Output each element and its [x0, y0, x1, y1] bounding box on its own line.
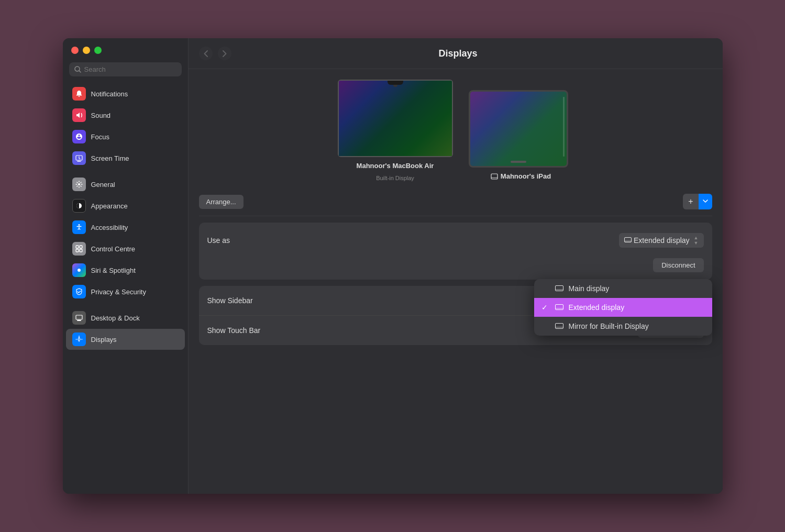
show-sidebar-label: Show Sidebar — [207, 296, 253, 305]
sidebar-item-sound[interactable]: Sound — [66, 105, 185, 126]
notifications-label: Notifications — [91, 90, 128, 98]
privacy-security-icon — [72, 285, 86, 298]
disconnect-row: Disconnect — [199, 258, 712, 280]
siri-spotlight-icon — [72, 263, 86, 277]
ipad-thumbnail[interactable] — [469, 90, 573, 168]
svg-rect-21 — [555, 304, 563, 309]
general-label: General — [91, 181, 115, 189]
svg-point-6 — [78, 224, 80, 226]
sidebar-item-general[interactable]: General — [66, 174, 185, 195]
add-display-button[interactable]: + — [683, 194, 698, 209]
displays-row: Mahnoor's MacBook Air Built-in Display — [199, 80, 712, 181]
main-display-icon — [555, 285, 563, 292]
add-dropdown-button[interactable] — [699, 194, 712, 209]
main-content: Displays Mahnoor's MacBook Air Built-in … — [189, 38, 723, 494]
close-button[interactable] — [71, 47, 79, 54]
arrange-button[interactable]: Arrange... — [199, 195, 244, 209]
svg-line-1 — [79, 71, 81, 72]
desktop-dock-label: Desktop & Dock — [91, 314, 140, 322]
system-preferences-window: Notifications Sound Focus — [63, 38, 723, 494]
appearance-icon — [72, 199, 86, 213]
use-as-value[interactable]: Extended display ▲ ▼ — [619, 233, 704, 248]
minimize-button[interactable] — [83, 47, 90, 54]
maximize-button[interactable] — [94, 47, 102, 54]
titlebar-buttons — [63, 47, 188, 62]
displays-icon — [72, 332, 86, 346]
svg-rect-23 — [555, 323, 563, 328]
sidebar: Notifications Sound Focus — [63, 38, 189, 494]
svg-rect-9 — [76, 249, 79, 252]
sidebar-item-notifications[interactable]: Notifications — [66, 83, 185, 104]
dropdown-item-mirror[interactable]: Mirror for Built-in Display — [534, 317, 712, 336]
page-title: Displays — [237, 48, 680, 59]
general-icon — [72, 178, 86, 191]
macbook-label: Mahnoor's MacBook Air — [357, 161, 434, 171]
desktop-dock-icon — [72, 311, 86, 325]
accessibility-icon — [72, 220, 86, 234]
back-button[interactable] — [199, 47, 213, 60]
displays-label: Displays — [91, 336, 117, 343]
control-centre-label: Control Centre — [91, 245, 136, 253]
ipad-label: Mahnoor's iPad — [501, 172, 551, 181]
svg-point-14 — [78, 338, 80, 340]
sidebar-item-accessibility[interactable]: Accessibility — [66, 217, 185, 238]
show-touch-bar-label: Show Touch Bar — [207, 326, 261, 335]
sidebar-items-list: Notifications Sound Focus — [63, 83, 188, 494]
svg-rect-12 — [76, 315, 82, 319]
bottom-bar: Arrange... + — [199, 190, 712, 216]
sidebar-item-control-centre[interactable]: Control Centre — [66, 238, 185, 259]
main-display-label: Main display — [569, 284, 610, 293]
svg-rect-10 — [80, 249, 82, 252]
extended-display-icon — [555, 304, 563, 311]
sidebar-item-screen-time[interactable]: Screen Time — [66, 148, 185, 169]
focus-label: Focus — [91, 133, 109, 141]
use-as-display-icon — [624, 237, 632, 243]
notifications-icon — [72, 87, 86, 101]
extended-display-label: Extended display — [569, 303, 625, 312]
siri-spotlight-label: Siri & Spotlight — [91, 267, 136, 274]
screen-time-label: Screen Time — [91, 154, 129, 162]
stepper-arrows: ▲ ▼ — [694, 235, 699, 246]
sidebar-item-desktop-dock[interactable]: Desktop & Dock — [66, 307, 185, 328]
search-input[interactable] — [84, 65, 176, 73]
mirror-icon — [555, 323, 563, 330]
forward-button[interactable] — [218, 47, 231, 60]
svg-rect-8 — [80, 246, 82, 248]
screen-time-icon — [72, 151, 86, 165]
privacy-security-label: Privacy & Security — [91, 288, 146, 296]
sidebar-item-privacy-security[interactable]: Privacy & Security — [66, 281, 185, 302]
dropdown-item-extended-display[interactable]: ✓ Extended display — [534, 298, 712, 317]
search-icon — [74, 66, 81, 73]
use-as-section: Use as Extended display ▲ ▼ — [199, 223, 712, 280]
ipad-display-icon — [491, 173, 498, 180]
focus-icon — [72, 130, 86, 143]
use-as-row: Use as Extended display ▲ ▼ — [199, 223, 712, 258]
macbook-thumbnail[interactable] — [338, 80, 453, 157]
accessibility-label: Accessibility — [91, 224, 128, 231]
macbook-screen — [338, 80, 453, 157]
mirror-label: Mirror for Built-in Display — [569, 322, 649, 330]
use-as-label: Use as — [207, 236, 230, 245]
svg-point-4 — [78, 183, 80, 185]
svg-rect-17 — [624, 238, 631, 242]
sidebar-item-displays[interactable]: Displays — [66, 329, 185, 350]
svg-rect-7 — [76, 246, 79, 248]
sound-label: Sound — [91, 112, 111, 119]
extended-display-checkmark: ✓ — [541, 303, 550, 312]
search-bar[interactable] — [69, 62, 182, 76]
use-as-dropdown: Main display ✓ Extended display Mirror f… — [534, 279, 712, 336]
macbook-display-item: Mahnoor's MacBook Air Built-in Display — [338, 80, 453, 181]
disconnect-button[interactable]: Disconnect — [653, 258, 703, 272]
ipad-frame — [469, 90, 568, 168]
control-centre-icon — [72, 242, 86, 256]
sound-icon — [72, 108, 86, 122]
appearance-label: Appearance — [91, 202, 128, 210]
sidebar-item-focus[interactable]: Focus — [66, 126, 185, 147]
dropdown-item-main-display[interactable]: Main display — [534, 279, 712, 298]
sidebar-item-siri-spotlight[interactable]: Siri & Spotlight — [66, 260, 185, 281]
macbook-sublabel: Built-in Display — [376, 175, 414, 181]
svg-rect-15 — [491, 174, 497, 179]
svg-point-11 — [78, 269, 81, 272]
ipad-display-item: Mahnoor's iPad — [469, 90, 573, 181]
sidebar-item-appearance[interactable]: Appearance — [66, 195, 185, 216]
